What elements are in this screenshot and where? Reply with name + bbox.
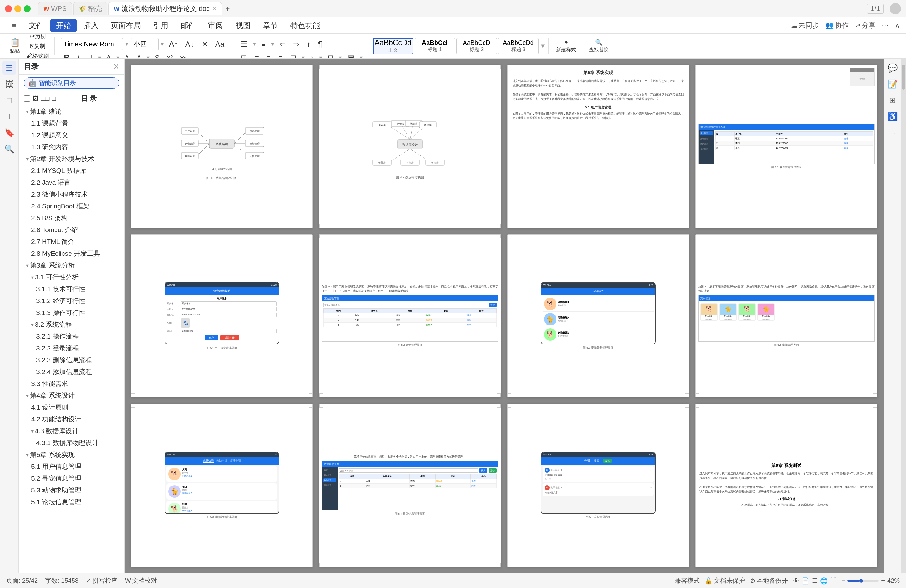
toc-item-5-3[interactable]: 5.3 动物求助管理 <box>21 484 122 496</box>
bookmarks-panel-button[interactable]: 🔖 <box>3 126 16 140</box>
italic-button[interactable]: I <box>74 52 83 59</box>
menu-review[interactable]: 审阅 <box>203 19 229 32</box>
toc-item-3-2-1[interactable]: 3.2.1 操作流程 <box>21 330 122 342</box>
toc-item-1-2[interactable]: 1.2 课题意义 <box>21 129 122 141</box>
toc-checkbox[interactable] <box>24 95 30 102</box>
menu-special[interactable]: 特色功能 <box>285 19 326 32</box>
font-size-input[interactable] <box>131 38 159 51</box>
style-h2[interactable]: AaBbCcD 标题 2 <box>456 38 497 54</box>
toc-item-3-2-4[interactable]: 3.2.4 添加信息流程 <box>21 366 122 378</box>
web-icon[interactable]: 🌐 <box>820 577 828 585</box>
strikethrough-button[interactable]: S <box>152 52 163 59</box>
text-tools-button[interactable]: T 文字工具 <box>553 56 579 59</box>
toc-item-4-3-1[interactable]: 4.3.1 数据库物理设计 <box>21 437 122 449</box>
toc-item-3-2[interactable]: ▾ 3.2 系统流程 <box>21 319 122 330</box>
align-center-button[interactable]: ≡ <box>251 52 262 59</box>
columns-button[interactable]: ⊟ <box>287 52 300 59</box>
align-right-button[interactable]: ≡ <box>263 52 274 59</box>
font-size-dropdown-icon[interactable]: ▼ <box>160 41 165 47</box>
indent-button[interactable]: ⇒ <box>290 38 303 51</box>
outdent-button[interactable]: ⇐ <box>276 38 289 51</box>
protect-status[interactable]: 🔓 文档未保护 <box>705 577 745 585</box>
text-panel-button[interactable]: T <box>3 110 16 123</box>
line-spacing-dropdown[interactable]: ▼ <box>318 55 323 59</box>
fields-btn[interactable]: ⊞ <box>886 93 900 107</box>
clear-format-button[interactable]: ✕ <box>198 38 211 51</box>
font-shrink-button[interactable]: A↓ <box>182 38 197 51</box>
toc-item-3-1-3[interactable]: 3.1.3 操作可行性 <box>21 307 122 319</box>
menu-file[interactable]: 文件 <box>23 19 49 32</box>
accessibility-btn[interactable]: ♿ <box>886 110 900 123</box>
toc-item-3-1-2[interactable]: 3.1.2 经济可行性 <box>21 295 122 307</box>
toc-item-1-3[interactable]: 1.3 研究内容 <box>21 141 122 153</box>
menu-hamburger[interactable]: ≡ <box>6 19 22 32</box>
toc-item-4-3[interactable]: ▾ 4.3 数据库设计 <box>21 425 122 437</box>
toc-item-ch5[interactable]: ▾ 第5章 系统实现 <box>21 449 122 461</box>
toc-item-2-8[interactable]: 2.8 MyEclipse 开发工具 <box>21 248 122 260</box>
font-name-input[interactable] <box>61 38 123 51</box>
toc-item-3-3[interactable]: 3.3 性能需求 <box>21 378 122 390</box>
menu-references[interactable]: 引用 <box>148 19 174 32</box>
minimize-button[interactable] <box>14 5 21 12</box>
outline-icon[interactable]: ☰ <box>812 577 818 585</box>
tab-doc[interactable]: W 流浪动物救助小程序论文.doc ✕ <box>108 2 222 15</box>
font-name-dropdown-icon[interactable]: ▼ <box>124 41 129 47</box>
doc-scrollbar[interactable] <box>901 59 906 573</box>
toc-item-4-1[interactable]: 4.1 设计原则 <box>21 402 122 413</box>
toc-item-5-1[interactable]: 5.1 用户信息管理 <box>21 461 122 472</box>
zoom-slider-thumb[interactable] <box>859 579 863 583</box>
ai-detect-toc-button[interactable]: 🤖 智能识别目录 <box>24 77 119 89</box>
toc-item-5-4[interactable]: 5.1 论坛信息管理 <box>21 496 122 508</box>
maximize-button[interactable] <box>24 5 30 12</box>
menu-layout[interactable]: 页面布局 <box>105 19 147 32</box>
track-btn[interactable]: 📝 <box>886 77 900 91</box>
backup-status[interactable]: ⚙ 本地备份开 <box>750 577 788 585</box>
eye-icon[interactable]: 👁 <box>793 577 799 584</box>
cut-button[interactable]: ✂ 剪切 <box>24 33 52 40</box>
font-grow-button[interactable]: A↑ <box>166 38 181 51</box>
shading-button[interactable]: ▣ <box>344 52 358 59</box>
toc-item-2-5[interactable]: 2.5 B/S 架构 <box>21 212 122 224</box>
tab-wps[interactable]: W WPS <box>38 2 72 15</box>
highlight-button[interactable]: A <box>121 52 132 59</box>
search-panel-button[interactable]: 🔍 <box>3 142 16 156</box>
list-number-button[interactable]: ≡ <box>258 38 269 51</box>
tab-doc-close[interactable]: ✕ <box>212 5 217 12</box>
superscript-button[interactable]: x² <box>164 52 176 59</box>
menu-home[interactable]: 开始 <box>51 19 77 32</box>
tab-draft[interactable]: 🌾 稻壳 <box>73 2 107 15</box>
toc-item-3-2-3[interactable]: 3.2.3 删除信息流程 <box>21 354 122 366</box>
menu-chapter[interactable]: 章节 <box>257 19 284 32</box>
toc-item-3-1-1[interactable]: 3.1.1 技术可行性 <box>21 283 122 295</box>
pages-panel-button[interactable]: ☰ <box>3 61 16 75</box>
toc-item-2-6[interactable]: 2.6 Tomcat 介绍 <box>21 224 122 236</box>
format-paint-button[interactable]: 🖌 格式刷 <box>24 52 52 59</box>
menu-insert[interactable]: 插入 <box>78 19 104 32</box>
styles-more-icon[interactable]: ▼ <box>540 42 546 49</box>
toc-item-ch3[interactable]: ▾ 第3章 系统分析 <box>21 260 122 271</box>
shapes-panel-button[interactable]: □ <box>3 93 16 107</box>
toc-item-1-1[interactable]: 1.1 课题背景 <box>21 118 122 129</box>
toc-item-2-3[interactable]: 2.3 微信小程序技术 <box>21 188 122 200</box>
menu-view[interactable]: 视图 <box>230 19 256 32</box>
toc-item-ch4[interactable]: ▾ 第4章 系统设计 <box>21 390 122 402</box>
new-style-button[interactable]: ✦ 新建样式 <box>553 38 579 54</box>
doc-check[interactable]: W 文档校对 <box>125 577 157 585</box>
zoom-slider[interactable] <box>847 580 879 582</box>
shading-dropdown[interactable]: ▼ <box>359 55 364 59</box>
zoom-in-button[interactable]: + <box>881 577 885 584</box>
images-panel-button[interactable]: 🖼 <box>3 77 16 91</box>
underline-button[interactable]: U <box>84 52 96 59</box>
font-color-dropdown-icon[interactable]: ▼ <box>115 55 120 59</box>
list-bullet-dropdown[interactable]: ▼ <box>252 41 257 47</box>
navigation-btn[interactable]: → <box>886 126 900 140</box>
spell-check[interactable]: ✓ 拼写检查 <box>86 577 118 585</box>
close-button[interactable] <box>5 5 12 12</box>
toc-item-2-4[interactable]: 2.4 SpringBoot 框架 <box>21 200 122 212</box>
fullscreen-icon[interactable]: ⛶ <box>830 577 836 584</box>
subscript-button[interactable]: x₂ <box>177 52 190 59</box>
toc-item-4-2[interactable]: 4.2 功能结构设计 <box>21 413 122 425</box>
add-tab-button[interactable]: + <box>226 4 230 13</box>
columns-dropdown[interactable]: ▼ <box>301 55 306 59</box>
justify-button[interactable]: ≡ <box>275 52 286 59</box>
